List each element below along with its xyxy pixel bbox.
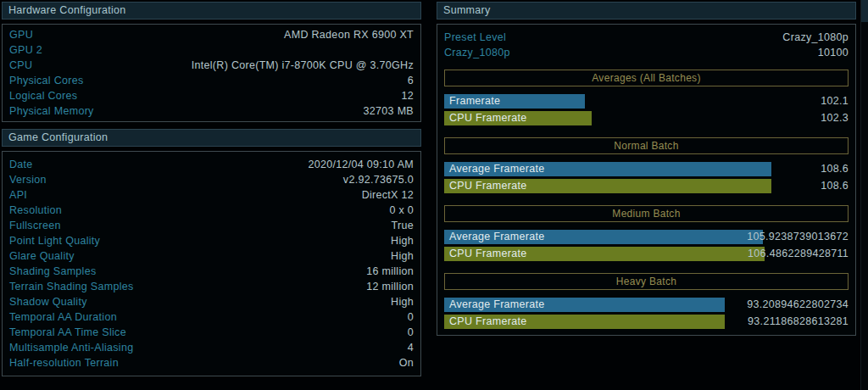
section-title-text: Heavy Batch (616, 276, 676, 287)
config-row-physical-cores: Physical Cores 6 (9, 73, 414, 88)
hardware-config-header: Hardware Configuration (2, 2, 421, 20)
row-label: GPU (9, 27, 33, 42)
bar-row-framerate: Framerate 102.1 (444, 94, 849, 109)
benchmark-results-page: Hardware Configuration GPU AMD Radeon RX… (0, 0, 868, 390)
bar-value: 102.3 (821, 111, 849, 125)
config-row-gpu: GPU AMD Radeon RX 6900 XT (9, 27, 414, 42)
bar-value: 102.1 (821, 94, 849, 109)
row-label: Glare Quality (9, 248, 75, 264)
config-row-version: Version v2.92.73675.0 (9, 172, 414, 187)
config-row-multisample-anti-aliasing: Multisample Anti-Aliasing 4 (9, 340, 414, 355)
row-label: Fullscreen (9, 218, 61, 233)
config-row-date: Date 2020/12/04 09:10 AM (9, 157, 414, 172)
row-label: Temporal AA Time Slice (9, 325, 126, 340)
summary-panel: Preset Level Crazy_1080p Crazy_1080p 101… (437, 24, 856, 336)
bar-row-average-framerate: Average Framerate 105.9238739013672 (444, 230, 849, 244)
row-value: Intel(R) Core(TM) i7-8700K CPU @ 3.70GHz (192, 58, 414, 73)
row-value: True (392, 218, 414, 233)
scrollbar[interactable] (860, 0, 868, 390)
framerate-bar: Framerate (444, 94, 585, 109)
cpu-framerate-bar: CPU Framerate (444, 111, 592, 125)
bar-value: 106.4862289428711 (748, 247, 849, 261)
config-row-glare-quality: Glare Quality High (9, 248, 414, 264)
config-row-shadow-quality: Shadow Quality High (9, 294, 414, 309)
row-label: Terrain Shading Samples (9, 279, 134, 294)
bar-label: CPU Framerate (449, 112, 526, 124)
config-row-temporal-aa-time-slice: Temporal AA Time Slice 0 (9, 325, 414, 340)
average-framerate-bar: Average Framerate (444, 230, 763, 244)
bar-value: 108.6 (821, 179, 849, 193)
row-value: 0 x 0 (389, 203, 414, 218)
bar-row-cpu-framerate: CPU Framerate 102.3 (444, 111, 849, 125)
row-label: Date (9, 157, 33, 172)
row-label: Crazy_1080p (444, 45, 510, 60)
hardware-config-panel: GPU AMD Radeon RX 6900 XT GPU 2 CPU Inte… (2, 24, 421, 122)
summary-row-preset-level: Preset Level Crazy_1080p (444, 30, 849, 45)
section-title-heavy-batch: Heavy Batch (444, 273, 849, 290)
config-row-shading-samples: Shading Samples 16 million (9, 264, 414, 279)
cpu-framerate-bar: CPU Framerate (444, 315, 725, 329)
config-row-api: API DirectX 12 (9, 187, 414, 203)
row-value: 0 (408, 309, 414, 325)
average-framerate-bar: Average Framerate (444, 162, 771, 176)
row-label: Physical Memory (9, 103, 94, 119)
averages-bars: Framerate 102.1 CPU Framerate 102.3 (444, 94, 849, 125)
config-row-point-light-quality: Point Light Quality High (9, 233, 414, 248)
row-value: 32703 MB (364, 103, 414, 119)
bar-label: Framerate (449, 95, 500, 107)
bar-row-cpu-framerate: CPU Framerate 106.4862289428711 (444, 247, 849, 261)
section-title-text: Medium Batch (612, 208, 680, 220)
row-label: Temporal AA Duration (9, 309, 117, 325)
bar-value: 93.21186828613281 (748, 315, 849, 329)
heavy-batch-bars: Average Framerate 93.20894622802734 CPU … (444, 298, 849, 329)
row-label: Physical Cores (9, 73, 84, 88)
row-value: High (391, 233, 414, 248)
row-value: 0 (408, 325, 414, 340)
bar-row-cpu-framerate: CPU Framerate 108.6 (444, 179, 849, 193)
bar-row-average-framerate: Average Framerate 108.6 (444, 162, 849, 176)
bar-label: Average Framerate (449, 231, 545, 242)
row-label: CPU (9, 58, 32, 73)
right-column: Summary Preset Level Crazy_1080p Crazy_1… (437, 2, 856, 336)
bar-row-cpu-framerate: CPU Framerate 93.21186828613281 (444, 315, 849, 329)
row-value: 10100 (818, 45, 849, 60)
section-title-text: Averages (All Batches) (592, 72, 700, 84)
row-label: Logical Cores (9, 88, 77, 103)
row-value: High (391, 248, 414, 264)
bar-label: Average Framerate (449, 163, 545, 175)
bar-label: Average Framerate (449, 298, 545, 310)
row-label: Half-resolution Terrain (9, 355, 119, 370)
hardware-config-title: Hardware Configuration (8, 4, 126, 16)
config-row-gpu2: GPU 2 (9, 42, 414, 58)
bar-value: 93.20894622802734 (747, 298, 849, 312)
left-column: Hardware Configuration GPU AMD Radeon RX… (2, 2, 421, 376)
summary-title: Summary (443, 4, 491, 16)
summary-header: Summary (437, 2, 856, 20)
row-label: Resolution (9, 203, 62, 218)
game-config-panel: Date 2020/12/04 09:10 AM Version v2.92.7… (2, 151, 421, 376)
config-row-logical-cores: Logical Cores 12 (9, 88, 414, 103)
bar-row-average-framerate: Average Framerate 93.20894622802734 (444, 298, 849, 312)
section-title-averages: Averages (All Batches) (444, 70, 849, 86)
config-row-resolution: Resolution 0 x 0 (9, 203, 414, 218)
section-title-text: Normal Batch (614, 140, 678, 152)
section-title-normal-batch: Normal Batch (444, 137, 849, 154)
bar-value: 105.9238739013672 (747, 230, 849, 244)
row-label: Version (9, 172, 47, 187)
row-value: AMD Radeon RX 6900 XT (284, 27, 414, 42)
game-config-header: Game Configuration (2, 129, 421, 147)
row-label: Multisample Anti-Aliasing (9, 340, 133, 355)
section-title-medium-batch: Medium Batch (444, 205, 849, 222)
summary-row-score: Crazy_1080p 10100 (444, 45, 849, 60)
row-value: DirectX 12 (362, 187, 414, 203)
scrollbar-thumb[interactable] (861, 0, 868, 22)
row-value: 12 (401, 88, 414, 103)
cpu-framerate-bar: CPU Framerate (444, 247, 765, 261)
config-row-half-resolution-terrain: Half-resolution Terrain On (9, 355, 414, 370)
bar-value: 108.6 (821, 162, 849, 176)
row-label: Preset Level (444, 30, 506, 45)
row-value: 12 million (366, 279, 414, 294)
bar-label: CPU Framerate (449, 248, 526, 259)
config-row-temporal-aa-duration: Temporal AA Duration 0 (9, 309, 414, 325)
row-value: 6 (408, 73, 414, 88)
